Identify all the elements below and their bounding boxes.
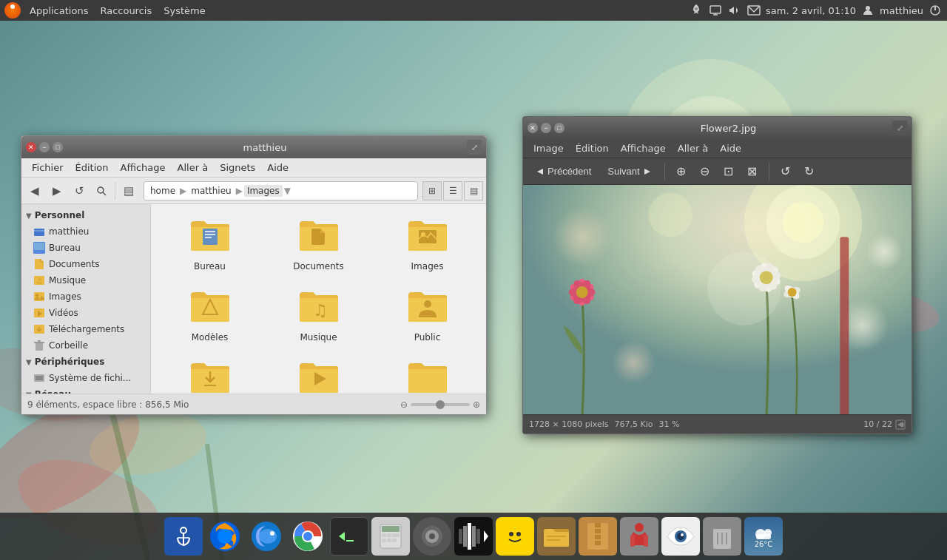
breadcrumb-home[interactable]: home <box>147 185 178 197</box>
sidebar-item-telechargements[interactable]: Téléchargements <box>21 321 150 337</box>
file-item-bureau[interactable]: Bureau <box>157 210 263 278</box>
image-viewer-controls: ✕ − □ <box>528 123 565 133</box>
sidebar-section-personnel[interactable]: ▼ Personnel <box>21 207 150 223</box>
close-button[interactable]: ✕ <box>26 142 36 152</box>
applications-menu[interactable]: Applications <box>24 2 94 19</box>
file-label-images: Images <box>411 261 444 271</box>
taskbar-archive[interactable] <box>579 517 617 556</box>
volume-icon[interactable] <box>727 3 742 18</box>
prev-button[interactable]: Précédent <box>529 163 598 180</box>
file-item-exemples[interactable]: Exemples <box>374 352 480 394</box>
img-edition-menu[interactable]: Édition <box>570 141 615 156</box>
breadcrumb-images[interactable]: Images <box>244 185 283 197</box>
back-button[interactable]: ◀ <box>24 181 45 201</box>
taskbar-calculator[interactable] <box>371 517 410 556</box>
power-icon[interactable] <box>928 3 943 18</box>
fichier-menu[interactable]: Fichier <box>26 160 70 175</box>
systeme-menu[interactable]: Système <box>158 2 211 19</box>
svg-line-20 <box>103 192 106 195</box>
rotate-right-button[interactable]: ↻ <box>799 161 820 182</box>
file-item-public[interactable]: Public <box>374 281 480 349</box>
username[interactable]: matthieu <box>880 5 923 16</box>
detail-view-button[interactable]: ▤ <box>464 181 483 200</box>
mail-icon[interactable] <box>747 3 761 18</box>
rocket-icon[interactable] <box>689 3 704 18</box>
rotate-left-button[interactable]: ↺ <box>775 161 796 182</box>
img-aller-menu[interactable]: Aller à <box>672 141 715 156</box>
taskbar-firefox[interactable] <box>206 517 244 556</box>
svg-point-88 <box>181 527 186 533</box>
taskbar-anchor[interactable] <box>164 517 203 556</box>
taskbar-chrome[interactable] <box>289 517 327 556</box>
reload-button[interactable]: ↺ <box>69 181 90 201</box>
list-view-button[interactable]: ☰ <box>443 181 462 200</box>
file-item-telechargements[interactable]: Téléchargements <box>157 352 263 394</box>
icon-view-button[interactable]: ⊞ <box>422 181 442 200</box>
taskbar-files[interactable] <box>537 517 576 556</box>
taskbar-trash[interactable] <box>703 517 741 556</box>
zoom-in-icon[interactable]: ⊕ <box>473 399 480 410</box>
maximize-button[interactable]: □ <box>53 142 63 152</box>
zoom-bar: ⊖ ⊕ <box>400 399 480 410</box>
taskbar-terminal[interactable] <box>330 517 368 556</box>
view-toggle-button[interactable]: ▤ <box>118 181 139 201</box>
breadcrumb-matthieu[interactable]: matthieu <box>188 185 234 197</box>
img-close-button[interactable]: ✕ <box>528 123 538 133</box>
svg-rect-115 <box>476 529 480 544</box>
sidebar-section-reseau[interactable]: ▼ Réseau <box>21 386 150 394</box>
file-item-images[interactable]: Images <box>374 210 480 278</box>
display-icon[interactable] <box>708 3 723 18</box>
taskbar-thunderbird[interactable] <box>247 517 286 556</box>
sidebar-item-videos[interactable]: Vidéos <box>21 305 150 321</box>
taskbar-weather[interactable]: 26°C <box>744 517 783 556</box>
taskbar-redapp[interactable] <box>620 517 658 556</box>
zoom-orig-button[interactable]: ⊠ <box>742 161 763 182</box>
edition-menu[interactable]: Édition <box>70 160 115 175</box>
zoom-in-button[interactable]: ⊕ <box>671 161 692 182</box>
file-item-videos[interactable]: Vidéos <box>266 352 371 394</box>
zoom-out-icon[interactable]: ⊖ <box>400 399 408 410</box>
svg-point-143 <box>764 529 772 536</box>
minimize-button[interactable]: − <box>39 142 50 152</box>
file-manager-titlebar: ✕ − □ matthieu ⤢ <box>21 136 486 158</box>
svg-rect-83 <box>840 237 849 414</box>
file-item-modeles[interactable]: Modèles <box>157 281 263 349</box>
zoom-out-button[interactable]: ⊖ <box>695 161 715 182</box>
img-affichage-menu[interactable]: Affichage <box>615 141 672 156</box>
signets-menu[interactable]: Signets <box>214 160 261 175</box>
taskbar-chat[interactable] <box>496 517 534 556</box>
img-aide-menu[interactable]: Aide <box>714 141 747 156</box>
sidebar-item-systeme[interactable]: Système de fichi... <box>21 370 150 386</box>
aide-menu[interactable]: Aide <box>261 160 294 175</box>
search-button[interactable] <box>91 181 112 201</box>
raccourcis-menu[interactable]: Raccourcis <box>94 2 158 19</box>
zoom-slider[interactable] <box>411 403 470 406</box>
aller-menu[interactable]: Aller à <box>172 160 215 175</box>
expand-button[interactable]: ⤢ <box>467 140 482 155</box>
img-minimize-button[interactable]: − <box>541 123 551 133</box>
forward-button[interactable]: ▶ <box>47 181 67 201</box>
file-item-documents[interactable]: Documents <box>266 210 371 278</box>
sidebar-item-corbeille[interactable]: Corbeille <box>21 337 150 354</box>
img-expand-button[interactable]: ⤢ <box>892 121 907 135</box>
taskbar-eye[interactable] <box>661 517 700 556</box>
sidebar-item-images[interactable]: Images <box>21 289 150 305</box>
svg-rect-106 <box>387 539 391 542</box>
user-icon[interactable] <box>860 3 875 18</box>
image-menu[interactable]: Image <box>528 141 570 156</box>
sidebar-item-bureau[interactable]: Bureau <box>21 240 150 256</box>
svg-text:♫: ♫ <box>313 301 328 320</box>
next-button[interactable]: Suivant <box>601 163 658 180</box>
img-maximize-button[interactable]: □ <box>554 123 565 133</box>
sidebar-item-matthieu[interactable]: matthieu <box>21 223 150 240</box>
taskbar-media[interactable] <box>454 517 493 556</box>
sidebar-item-musique[interactable]: ♫ Musique <box>21 272 150 289</box>
taskbar-sound[interactable] <box>413 517 451 556</box>
svg-rect-36 <box>36 376 43 380</box>
affichage-menu[interactable]: Affichage <box>114 160 171 175</box>
sidebar-item-documents[interactable]: Documents <box>21 256 150 272</box>
ubuntu-logo[interactable] <box>4 2 21 18</box>
sidebar-section-peripheriques[interactable]: ▼ Périphériques <box>21 354 150 370</box>
zoom-fit-button[interactable]: ⊡ <box>718 161 739 182</box>
file-item-musique[interactable]: ♫ Musique <box>266 281 371 349</box>
